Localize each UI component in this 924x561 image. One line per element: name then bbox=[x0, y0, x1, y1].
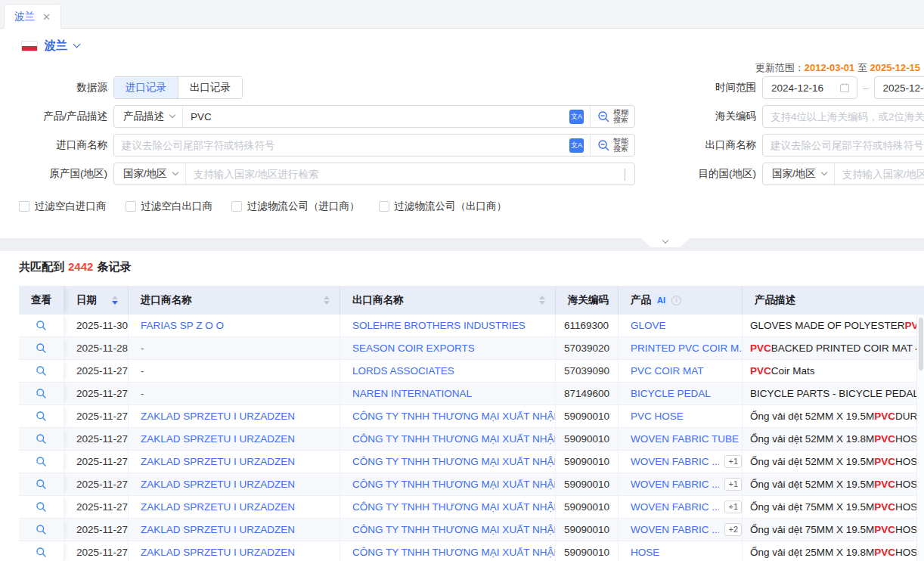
more-products-badge[interactable]: +1 bbox=[724, 501, 742, 513]
filter-logistics-exporter[interactable]: 过滤物流公司（出口商） bbox=[379, 200, 507, 213]
exporter-link[interactable]: CÔNG TY TNHH THƯƠNG MẠI XUẤT NHẬP... bbox=[352, 456, 555, 467]
checkbox-icon[interactable] bbox=[19, 201, 29, 212]
col-header-importer[interactable]: 进口商名称 bbox=[129, 286, 340, 315]
more-products-badge[interactable]: +1 bbox=[724, 455, 742, 468]
desc-text: HOS... bbox=[895, 524, 916, 535]
destination-input[interactable] bbox=[835, 164, 924, 184]
view-record-button[interactable] bbox=[34, 341, 48, 355]
product-link[interactable]: GLOVE bbox=[631, 320, 666, 331]
importer-link[interactable]: ZAKLAD SPRZETU I URZADZEN bbox=[141, 547, 295, 558]
exporter-link[interactable]: LORDS ASSOCIATES bbox=[352, 365, 454, 377]
desc-text: Ống vải dệt 25MM X 19.8M bbox=[750, 547, 874, 558]
exporter-link[interactable]: NAREN INTERNATIONAL bbox=[352, 388, 472, 399]
date-cell: 2025-11-27 bbox=[64, 519, 129, 541]
exporter-input[interactable] bbox=[763, 135, 924, 155]
view-record-button[interactable] bbox=[34, 477, 48, 491]
hs-code-input[interactable] bbox=[763, 107, 924, 126]
view-record-button[interactable] bbox=[34, 409, 48, 423]
magnifier-icon bbox=[36, 411, 47, 422]
exporter-link[interactable]: CÔNG TY TNHH THƯƠNG MẠI XUẤT NHẬP... bbox=[352, 479, 555, 490]
view-record-button[interactable] bbox=[34, 545, 48, 559]
table-scrollbar[interactable] bbox=[916, 286, 924, 561]
checkbox-icon[interactable] bbox=[231, 201, 242, 212]
view-record-button[interactable] bbox=[34, 318, 48, 333]
chevron-down-icon[interactable] bbox=[73, 41, 81, 48]
view-record-button[interactable] bbox=[34, 522, 48, 537]
importer-link[interactable]: ZAKLAD SPRZETU I URZADZEN bbox=[141, 501, 295, 513]
view-record-button[interactable] bbox=[34, 432, 48, 446]
filter-logistics-importer[interactable]: 过滤物流公司（进口商） bbox=[231, 200, 360, 213]
product-link[interactable]: WOVEN FABRIC ... bbox=[631, 501, 719, 513]
view-record-button[interactable] bbox=[34, 386, 48, 401]
product-input[interactable] bbox=[183, 107, 563, 126]
date-from-input[interactable]: 2024-12-16 bbox=[762, 76, 857, 99]
exporter-link[interactable]: CÔNG TY TNHH THƯƠNG MẠI XUẤT NHẬP... bbox=[352, 501, 555, 513]
sort-desc-icon[interactable] bbox=[539, 301, 545, 305]
empty-value: - bbox=[141, 365, 144, 377]
importer-link[interactable]: ZAKLAD SPRZETU I URZADZEN bbox=[141, 411, 295, 422]
destination-region-select[interactable]: 国家/地区 bbox=[763, 163, 834, 184]
product-link[interactable]: BICYCLE PEDAL bbox=[631, 388, 711, 399]
translate-icon[interactable] bbox=[569, 110, 584, 124]
view-record-button[interactable] bbox=[34, 364, 48, 378]
product-link[interactable]: PRINTED PVC COIR M... bbox=[631, 342, 742, 354]
fuzzy-search-button[interactable]: 模糊 搜索 bbox=[591, 106, 634, 127]
sort-asc-icon[interactable] bbox=[324, 296, 330, 299]
exporter-link[interactable]: CÔNG TY TNHH THƯƠNG MẠI XUẤT NHẬP... bbox=[352, 547, 555, 558]
col-header-date[interactable]: 日期 bbox=[64, 286, 129, 315]
importer-link[interactable]: ZAKLAD SPRZETU I URZADZEN bbox=[141, 524, 295, 535]
origin-region-select[interactable]: 国家/地区 bbox=[114, 163, 185, 184]
more-products-badge[interactable]: +2 bbox=[724, 523, 742, 536]
more-products-badge[interactable]: +1 bbox=[724, 478, 742, 491]
product-link[interactable]: WOVEN FABRIC ... bbox=[631, 479, 719, 490]
view-record-button[interactable] bbox=[34, 500, 48, 514]
update-range: 更新范围：2012-03-01 至 2025-12-15 bbox=[755, 61, 920, 75]
date-to-input[interactable]: 2025-12-15 bbox=[874, 76, 924, 99]
translate-icon[interactable] bbox=[569, 138, 584, 153]
importer-input[interactable] bbox=[114, 135, 563, 155]
exporter-link[interactable]: SOLEHRE BROTHERS INDUSTRIES bbox=[352, 320, 526, 331]
product-link[interactable]: PVC HOSE bbox=[631, 411, 684, 422]
scrollbar-thumb[interactable] bbox=[919, 318, 923, 370]
sort-asc-icon[interactable] bbox=[112, 296, 118, 299]
sort-desc-icon[interactable] bbox=[112, 301, 118, 305]
product-link[interactable]: WOVEN FABRIC TUBE bbox=[631, 433, 739, 445]
tab-poland[interactable]: 波兰 bbox=[4, 4, 61, 29]
product-link[interactable]: PVC COIR MAT bbox=[631, 365, 704, 377]
checkbox-icon[interactable] bbox=[379, 201, 389, 212]
importer-link[interactable]: FARIAS SP Z O O bbox=[141, 320, 224, 331]
exporter-link[interactable]: SEASON COIR EXPORTS bbox=[352, 342, 475, 354]
filter-blank-importer[interactable]: 过滤空白进口商 bbox=[19, 200, 107, 213]
tab-import-records[interactable]: 进口记录 bbox=[114, 77, 178, 98]
product-link[interactable]: WOVEN FABRIC ... bbox=[631, 524, 719, 535]
sort-control[interactable] bbox=[324, 296, 330, 305]
importer-link[interactable]: ZAKLAD SPRZETU I URZADZEN bbox=[141, 479, 295, 490]
sort-control[interactable] bbox=[112, 296, 118, 305]
product-link[interactable]: WOVEN FABRIC ... bbox=[631, 456, 719, 467]
sort-asc-icon[interactable] bbox=[539, 296, 545, 299]
collapse-panel-button[interactable] bbox=[641, 238, 690, 247]
filter-blank-exporter[interactable]: 过滤空白出口商 bbox=[126, 200, 213, 213]
exporter-control bbox=[762, 134, 924, 157]
importer-link[interactable]: ZAKLAD SPRZETU I URZADZEN bbox=[141, 433, 295, 445]
sort-desc-icon[interactable] bbox=[324, 301, 330, 305]
info-icon[interactable] bbox=[671, 296, 681, 305]
product-link[interactable]: HOSE bbox=[631, 547, 659, 558]
col-header-exporter[interactable]: 出口商名称 bbox=[340, 286, 556, 315]
exporter-link[interactable]: CÔNG TY TNHH THƯƠNG MẠI XUẤT NHẬP... bbox=[352, 433, 555, 445]
close-icon[interactable] bbox=[42, 12, 51, 22]
checkbox-icon[interactable] bbox=[126, 201, 136, 212]
exporter-link[interactable]: CÔNG TY TNHH THƯƠNG MẠI XUẤT NHẬP... bbox=[352, 411, 555, 422]
smart-search-button[interactable]: 智能 搜索 bbox=[591, 135, 634, 156]
tab-export-records[interactable]: 出口记录 bbox=[178, 77, 242, 98]
origin-input[interactable] bbox=[186, 164, 620, 184]
product-type-select[interactable]: 产品描述 bbox=[114, 106, 182, 127]
view-record-button[interactable] bbox=[34, 454, 48, 469]
sort-control[interactable] bbox=[539, 296, 545, 305]
update-range-from: 2012-03-01 bbox=[805, 62, 855, 73]
importer-link[interactable]: ZAKLAD SPRZETU I URZADZEN bbox=[141, 456, 295, 467]
exporter-link[interactable]: CÔNG TY TNHH THƯƠNG MẠI XUẤT NHẬP... bbox=[352, 524, 555, 535]
col-header-label: 海关编码 bbox=[568, 293, 609, 307]
destination-region-value: 国家/地区 bbox=[772, 167, 816, 181]
country-name: 波兰 bbox=[45, 39, 67, 53]
